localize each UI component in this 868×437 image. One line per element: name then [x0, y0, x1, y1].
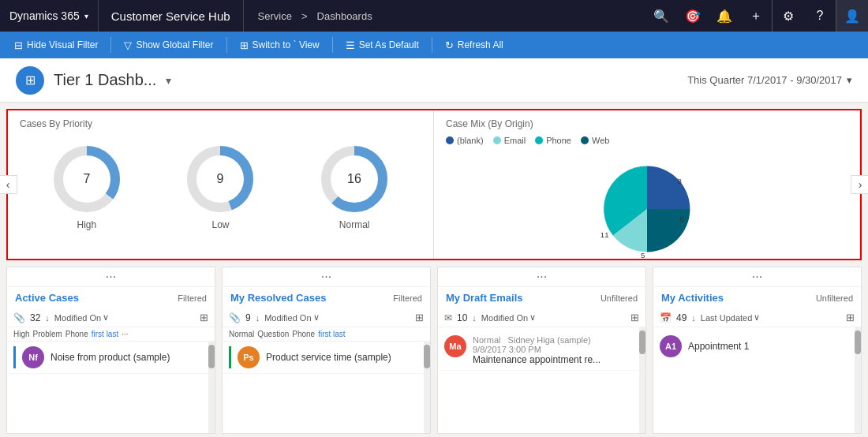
help-icon[interactable]: ? — [804, 0, 836, 32]
main-content: ‹ Cases By Priority 7 High — [0, 103, 868, 437]
sort-chevron-icon-2: ∨ — [313, 312, 320, 323]
activities-more-button[interactable]: ··· — [653, 267, 861, 287]
search-icon[interactable]: 🔍 — [645, 0, 677, 32]
scrollbar[interactable] — [208, 342, 215, 433]
notification-icon[interactable]: 🔔 — [709, 0, 740, 32]
list-item[interactable]: Ps Product service time (sample) — [223, 342, 430, 374]
scrollbar-2[interactable] — [424, 342, 430, 433]
sort-down-icon[interactable]: ↓ — [45, 313, 50, 323]
breadcrumb: Service > Dashboards — [244, 0, 645, 32]
legend-phone-dot — [535, 136, 543, 144]
draft-emails-count: 10 — [457, 312, 467, 323]
tag-phone: Phone — [65, 330, 88, 338]
activities-toolbar: 📅 49 ↓ Last Updated ∨ ⊞ — [653, 308, 861, 327]
add-icon[interactable]: ＋ — [740, 0, 772, 32]
activities-title: My Activities — [661, 292, 724, 304]
hide-visual-filter-button[interactable]: ⊟ Hide Visual Filter — [6, 35, 106, 55]
activities-body: A1 Appointment 1 — [653, 327, 861, 433]
activities-count: 49 — [676, 312, 687, 323]
priority-accent — [229, 346, 231, 368]
breadcrumb-dashboards[interactable]: Dashboards — [317, 10, 372, 22]
dynamics365-label: Dynamics 365 — [9, 9, 80, 22]
draft-emails-sort[interactable]: Modified On ∨ — [481, 312, 536, 323]
active-cases-more-button[interactable]: ··· — [7, 267, 215, 287]
donut-low-label: Low — [211, 219, 229, 230]
nav-icon-group: 🔍 🎯 🔔 ＋ ⚙ ? 👤 — [645, 0, 868, 32]
sort-chevron-icon-3: ∨ — [529, 312, 536, 323]
activities-filter: Unfiltered — [816, 293, 853, 303]
settings-icon[interactable]: ⚙ — [773, 0, 804, 32]
charts-prev-button[interactable]: ‹ — [0, 175, 17, 194]
sort-down-icon-3[interactable]: ↓ — [472, 313, 477, 323]
donut-normal-label: Normal — [339, 219, 370, 230]
draft-emails-more-button[interactable]: ··· — [438, 267, 645, 287]
sort-chevron-icon: ∨ — [103, 312, 109, 323]
toolbar-divider-4 — [432, 37, 432, 53]
legend-blank-dot — [446, 136, 454, 144]
active-cases-header: Active Cases Filtered — [7, 287, 215, 308]
user-icon[interactable]: 👤 — [836, 0, 868, 32]
refresh-all-button[interactable]: ↻ Refresh All — [437, 35, 511, 55]
date-range-chevron-icon[interactable]: ▾ — [847, 74, 852, 86]
charts-next-button[interactable]: › — [851, 175, 868, 194]
avatar: Ma — [444, 335, 466, 357]
donut-high-label: High — [77, 219, 96, 230]
tag-normal: Normal — [229, 330, 254, 338]
breadcrumb-service[interactable]: Service — [258, 10, 292, 22]
resolved-cases-toolbar: 📎 9 ↓ Modified On ∨ ⊞ — [223, 308, 430, 327]
breadcrumb-separator: > — [301, 10, 308, 22]
legend-web: Web — [581, 136, 609, 145]
resolved-cases-title: My Resolved Cases — [230, 292, 326, 304]
toolbar: ⊟ Hide Visual Filter ▽ Show Global Filte… — [0, 32, 868, 58]
resolved-cases-sort[interactable]: Modified On ∨ — [264, 312, 319, 323]
date-range-label: This Quarter 7/1/2017 - 9/30/2017 — [687, 74, 842, 86]
tag-more[interactable]: ··· — [122, 330, 128, 338]
legend-phone: Phone — [535, 136, 571, 145]
tile-icon: ⊞ — [240, 39, 249, 51]
priority-accent — [13, 346, 16, 368]
active-cases-toolbar: 📎 32 ↓ Modified On ∨ ⊞ — [7, 308, 215, 327]
page-title-chevron-icon[interactable]: ▾ — [166, 74, 171, 87]
date-range: This Quarter 7/1/2017 - 9/30/2017 ▾ — [687, 74, 852, 86]
scrollbar-3[interactable] — [639, 327, 645, 433]
tag-firstlast[interactable]: first last — [92, 330, 118, 338]
scrollbar-4[interactable] — [855, 327, 861, 433]
active-cases-sort[interactable]: Modified On ∨ — [54, 312, 109, 323]
grid-view-icon-2[interactable]: ⊞ — [415, 312, 424, 323]
app-name: Customer Service Hub — [99, 0, 244, 32]
charts-row: ‹ Cases By Priority 7 High — [6, 109, 862, 260]
active-cases-title: Active Cases — [15, 292, 79, 304]
resolved-cases-more-button[interactable]: ··· — [223, 267, 430, 287]
grid-view-icon[interactable]: ⊞ — [200, 312, 208, 323]
donut-charts-group: 7 High 9 Low — [20, 136, 421, 238]
email-icon: ✉ — [444, 312, 452, 323]
active-cases-tags: High Problem Phone first last ··· — [7, 327, 215, 342]
list-item[interactable]: Ma Normal Sidney Higa (sample)9/8/2017 3… — [438, 331, 645, 371]
show-global-filter-button[interactable]: ▽ Show Global Filter — [116, 35, 221, 55]
set-as-default-button[interactable]: ☰ Set As Default — [338, 35, 427, 55]
svg-text:16: 16 — [347, 172, 361, 185]
paperclip-icon-2: 📎 — [229, 312, 241, 323]
email-meta: Normal Sidney Higa (sample)9/8/2017 3:00… — [473, 335, 639, 354]
grid-view-icon-3[interactable]: ⊞ — [630, 312, 639, 323]
target-icon[interactable]: 🎯 — [677, 0, 709, 32]
paperclip-icon: 📎 — [13, 312, 25, 323]
resolved-cases-tags: Normal Question Phone first last — [223, 327, 430, 342]
pie-container: 8 8 5 11 — [446, 150, 847, 268]
filter-icon: ⊟ — [14, 39, 23, 51]
list-item[interactable]: A1 Appointment 1 — [653, 331, 861, 362]
tag-firstlast-2[interactable]: first last — [318, 330, 345, 338]
funnel-icon: ▽ — [124, 39, 132, 51]
donut-low: 9 Low — [185, 144, 256, 230]
switch-to-tile-view-button[interactable]: ⊞ Switch to ` View — [232, 35, 327, 55]
page-title-area: ⊞ Tier 1 Dashb... ▾ — [16, 66, 171, 95]
svg-text:7: 7 — [83, 172, 90, 185]
list-item[interactable]: Nf Noise from product (sample) — [7, 342, 215, 374]
dynamics365-nav[interactable]: Dynamics 365 ▾ — [0, 0, 99, 32]
donut-high: 7 High — [51, 144, 122, 230]
sort-down-icon-2[interactable]: ↓ — [256, 313, 260, 323]
grid-view-icon-4[interactable]: ⊞ — [846, 312, 855, 323]
activities-sort[interactable]: Last Updated ∨ — [701, 312, 760, 323]
calendar-icon: 📅 — [660, 312, 672, 323]
sort-down-icon-4[interactable]: ↓ — [691, 313, 696, 323]
